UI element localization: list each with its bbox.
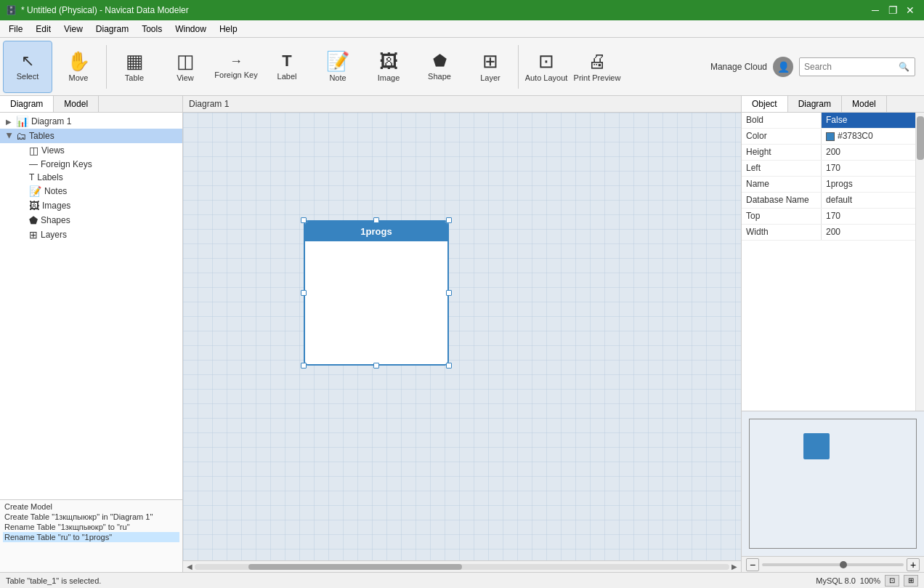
view-mode-2-button[interactable]: ⊞ xyxy=(904,575,918,587)
tool-shape[interactable]: ⬟ Shape xyxy=(415,41,464,93)
sidebar-tabs: Diagram Model xyxy=(0,96,182,113)
tree-item-images[interactable]: 🖼 Images xyxy=(13,198,182,213)
tool-table[interactable]: ▦ Table xyxy=(110,41,159,93)
view-mode-1-button[interactable]: ⊡ xyxy=(885,575,899,587)
tool-fk-label: Foreign Key xyxy=(214,71,257,79)
scrollbar-track-h[interactable] xyxy=(195,564,729,570)
menu-edit[interactable]: Edit xyxy=(30,23,57,36)
images-label: Images xyxy=(42,201,70,211)
close-button[interactable]: ✕ xyxy=(902,2,918,18)
tool-label[interactable]: T Label xyxy=(262,41,312,93)
tool-print-preview[interactable]: 🖨 Print Preview xyxy=(572,41,622,93)
zoom-out-button[interactable]: − xyxy=(746,558,759,571)
handle-br[interactable] xyxy=(446,363,452,368)
sidebar-tab-diagram[interactable]: Diagram xyxy=(0,96,54,112)
tree-item-labels[interactable]: T Labels xyxy=(13,171,182,184)
layers-icon: ⊞ xyxy=(29,229,38,241)
tree-item-layers[interactable]: ⊞ Layers xyxy=(13,227,182,242)
right-vscroll-thumb[interactable] xyxy=(917,116,924,160)
canvas[interactable]: 1progs xyxy=(183,113,741,560)
handle-ml[interactable] xyxy=(301,290,307,296)
tool-auto-layout[interactable]: ⊡ Auto Layout xyxy=(522,41,571,93)
prop-row-dbname: Database Name default xyxy=(742,193,915,209)
canvas-tab[interactable]: Diagram 1 xyxy=(183,96,741,113)
menu-tools[interactable]: Tools xyxy=(136,23,168,36)
tool-move[interactable]: ✋ Move xyxy=(54,41,103,93)
handle-bl[interactable] xyxy=(301,363,307,368)
scrollbar-h[interactable]: ◀ ▶ xyxy=(183,560,741,572)
account-icon[interactable]: 👤 xyxy=(773,57,793,77)
zoom-bar: − + xyxy=(742,556,924,572)
scrollbar-thumb-h[interactable] xyxy=(248,564,462,570)
shapes-icon: ⬟ xyxy=(29,214,38,226)
images-icon: 🖼 xyxy=(29,200,39,212)
prop-val-color[interactable]: #3783C0 xyxy=(822,129,915,144)
menu-diagram[interactable]: Diagram xyxy=(90,23,134,36)
tree-arrow-diagram1: ▶ xyxy=(6,118,13,126)
search-box[interactable]: 🔍 xyxy=(799,57,915,76)
tool-select[interactable]: ↖ Select xyxy=(3,41,52,93)
prop-val-left[interactable]: 170 xyxy=(822,161,915,176)
prop-val-top[interactable]: 170 xyxy=(822,209,915,224)
right-tab-model[interactable]: Model xyxy=(842,96,887,112)
tree-item-diagram1[interactable]: ▶ 📊 Diagram 1 xyxy=(0,114,182,129)
tool-image[interactable]: 🖼 Image xyxy=(364,41,413,93)
search-input[interactable] xyxy=(804,62,899,72)
prop-val-height[interactable]: 200 xyxy=(822,145,915,160)
right-panel: Object Diagram Model Bold False Color #3… xyxy=(741,96,924,572)
log-item-3: Rename Table "ru" to "1progs" xyxy=(3,532,179,542)
minimize-button[interactable]: ─ xyxy=(867,2,883,18)
handle-tr[interactable] xyxy=(446,217,452,223)
table-box[interactable]: 1progs xyxy=(304,220,449,366)
shape-icon: ⬟ xyxy=(433,53,447,69)
zoom-thumb[interactable] xyxy=(840,561,847,568)
labels-icon: T xyxy=(29,172,34,182)
prop-key-top: Top xyxy=(742,209,822,224)
right-tab-object[interactable]: Object xyxy=(742,96,788,112)
prop-key-width: Width xyxy=(742,225,822,240)
tool-view[interactable]: ◫ View xyxy=(161,41,210,93)
note-icon: 📝 xyxy=(326,52,349,71)
search-icon: 🔍 xyxy=(899,62,909,72)
tree-item-shapes[interactable]: ⬟ Shapes xyxy=(13,213,182,227)
restore-button[interactable]: ❐ xyxy=(885,2,901,18)
prop-key-left: Left xyxy=(742,161,822,176)
prop-val-dbname[interactable]: default xyxy=(822,193,915,208)
tree-item-tables[interactable]: ▶ 🗂 Tables xyxy=(0,129,182,143)
tool-foreign-key[interactable]: → Foreign Key xyxy=(211,41,261,93)
views-icon: ◫ xyxy=(29,145,38,156)
table-element[interactable]: 1progs xyxy=(304,220,449,366)
title-bar-controls[interactable]: ─ ❐ ✕ xyxy=(867,2,918,18)
menu-help[interactable]: Help xyxy=(214,23,243,36)
sidebar-tab-model[interactable]: Model xyxy=(54,96,99,112)
zoom-in-button[interactable]: + xyxy=(907,558,920,571)
tree-item-views[interactable]: ◫ Views xyxy=(13,143,182,158)
scroll-right-arrow[interactable]: ▶ xyxy=(729,563,739,571)
prop-val-bold[interactable]: False xyxy=(822,113,915,128)
prop-val-width[interactable]: 200 xyxy=(822,225,915,240)
prop-val-name[interactable]: 1progs xyxy=(822,177,915,192)
right-vscroll[interactable] xyxy=(915,113,924,411)
tool-layer-label: Layer xyxy=(480,73,500,82)
handle-tm[interactable] xyxy=(373,217,379,223)
handle-bm[interactable] xyxy=(373,363,379,368)
handle-tl[interactable] xyxy=(301,217,307,223)
tool-select-label: Select xyxy=(17,72,39,81)
tree-item-foreign-keys[interactable]: — Foreign Keys xyxy=(13,158,182,171)
menu-view[interactable]: View xyxy=(58,23,89,36)
label-icon: T xyxy=(282,53,291,69)
scroll-left-arrow[interactable]: ◀ xyxy=(185,563,195,571)
tree-area: ▶ 📊 Diagram 1 ▶ 🗂 Tables ◫ Views — xyxy=(0,113,182,499)
handle-mr[interactable] xyxy=(446,290,452,296)
tool-view-label: View xyxy=(177,73,194,82)
manage-cloud-label[interactable]: Manage Cloud xyxy=(710,62,767,72)
right-tab-diagram[interactable]: Diagram xyxy=(788,96,842,112)
menu-window[interactable]: Window xyxy=(169,23,212,36)
zoom-track[interactable] xyxy=(762,563,904,566)
sep-2 xyxy=(518,45,519,89)
tool-layer[interactable]: ⊞ Layer xyxy=(466,41,515,93)
menu-file[interactable]: File xyxy=(3,23,28,36)
tool-note[interactable]: 📝 Note xyxy=(313,41,362,93)
sep-1 xyxy=(106,45,107,89)
tree-item-notes[interactable]: 📝 Notes xyxy=(13,184,182,198)
